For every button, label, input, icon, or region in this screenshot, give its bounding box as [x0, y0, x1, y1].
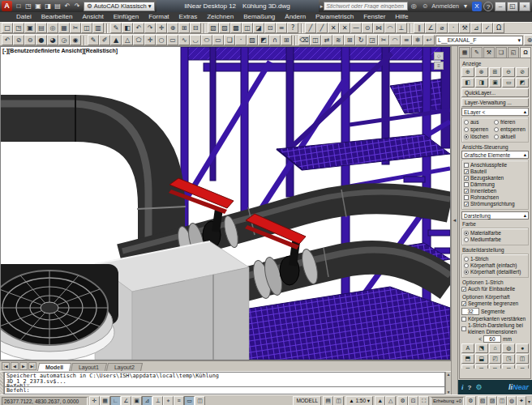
publish-icon[interactable]: ▦: [58, 23, 70, 33]
linear-check-icon[interactable]: ✓: [482, 23, 493, 33]
ann-autoscale-icon[interactable]: △: [385, 396, 396, 405]
dimension-threshold-input[interactable]: [483, 335, 501, 343]
panel-tab-tools[interactable]: ⚒: [483, 47, 495, 58]
draw-table-icon[interactable]: ⊞: [281, 35, 292, 45]
layer-states-icon[interactable]: ≡: [276, 23, 287, 33]
named-views-icon[interactable]: ◶: [58, 35, 70, 45]
restore-button[interactable]: ◱: [507, 2, 518, 11]
panel-tab-omega[interactable]: Ω: [520, 47, 531, 58]
view-box-icon[interactable]: ⬔: [475, 343, 488, 353]
option-checkbox[interactable]: Auch für Einbauteile: [461, 286, 529, 292]
toolpalettes-icon[interactable]: ▩: [230, 23, 242, 33]
cut-icon[interactable]: ✂: [70, 23, 81, 33]
linear-pipe-icon[interactable]: ◫: [497, 396, 507, 405]
viewcube-mini-icon[interactable]: ◇: [434, 52, 444, 60]
cube-c-icon[interactable]: ◻: [489, 364, 502, 369]
signin-chevron-icon[interactable]: ▾: [461, 2, 470, 11]
graphic-elements-header[interactable]: Grafische Elemente ▴: [461, 151, 529, 159]
annotation-scale-button[interactable]: ▲ 1:50 ▾: [345, 396, 373, 405]
view-house-icon[interactable]: ⌂: [489, 343, 502, 353]
grid-toggle[interactable]: ▦: [100, 396, 110, 405]
draw-circle-icon[interactable]: ○: [156, 35, 167, 45]
view-3d-icon[interactable]: ▣: [489, 78, 502, 87]
layer-freeze-icon[interactable]: ❄: [412, 35, 423, 45]
layer-action-radio[interactable]: frieren: [494, 119, 526, 126]
help-icon[interactable]: ?: [483, 2, 493, 11]
linear-gear-icon[interactable]: ⚙: [466, 396, 476, 405]
linear-arc-icon[interactable]: ◠: [384, 23, 396, 33]
workspace-selector[interactable]: ⚙ AutoCAD Klassisch ▾: [84, 2, 155, 11]
view-back-icon[interactable]: ◉: [70, 35, 81, 45]
navbar-mini-icon[interactable]: ≡: [434, 62, 444, 70]
open-file-icon[interactable]: ◳: [24, 2, 33, 11]
move-icon[interactable]: ✛: [144, 35, 156, 45]
option-checkbox[interactable]: Körperkanten verstärken: [461, 316, 529, 322]
draw-spline-icon[interactable]: ∿: [178, 35, 190, 45]
tab-first-icon[interactable]: |◀: [2, 362, 10, 370]
polar-toggle[interactable]: ∠: [121, 396, 131, 405]
tab-prev-icon[interactable]: ◀: [11, 362, 19, 370]
snap-toggle[interactable]: ✛: [89, 396, 100, 405]
viewport-controls[interactable]: [-][Benutzerdefinierte Ansicht][Realisti…: [2, 48, 118, 53]
array-icon[interactable]: ⊞: [344, 35, 355, 45]
cube-e-icon[interactable]: ◻: [516, 364, 529, 369]
info-icon[interactable]: i: [461, 383, 464, 391]
undo-icon[interactable]: ↶: [62, 2, 72, 11]
copy-obj-icon[interactable]: ◫: [310, 35, 321, 45]
linear-spark-icon[interactable]: ✦: [517, 396, 526, 405]
copy-icon[interactable]: ◫: [81, 23, 92, 33]
sphere2-icon[interactable]: ◕: [47, 35, 58, 45]
menu-item[interactable]: Zeichnen: [202, 12, 238, 22]
panel-tab-view[interactable]: ❏: [496, 47, 507, 58]
3d-model-canvas[interactable]: [1, 47, 450, 360]
layer-action-radio[interactable]: löschen: [464, 134, 492, 140]
pan-icon[interactable]: ✛: [156, 23, 167, 33]
panel-tab-project[interactable]: ▦: [459, 47, 470, 58]
erase-icon[interactable]: ⌫: [298, 35, 310, 45]
layer-action-radio[interactable]: aus: [464, 119, 492, 126]
model-space-icon[interactable]: ▤: [323, 396, 333, 405]
help-icon[interactable]: ?: [287, 23, 298, 33]
search-icon[interactable]: ◎: [409, 2, 418, 11]
linear-floor-icon[interactable]: ▨: [487, 396, 497, 405]
lwt-toggle[interactable]: ≡: [174, 396, 184, 405]
linear-person-icon[interactable]: ⚒: [459, 23, 470, 33]
match-properties-icon[interactable]: ✎: [110, 23, 122, 33]
rotate-icon[interactable]: ↻: [355, 35, 367, 45]
model-space-button[interactable]: MODELL: [293, 396, 321, 405]
display-option-checkbox[interactable]: Bauteil: [464, 168, 526, 175]
layer-combobox[interactable]: L__EKANAL_F ▾: [435, 36, 523, 45]
sphere-icon[interactable]: ●: [36, 35, 47, 45]
cube-b-icon[interactable]: ◻: [475, 364, 488, 369]
sc-toggle[interactable]: ◫: [195, 396, 205, 405]
menu-item[interactable]: Bearbeiten: [36, 12, 78, 22]
lock-toolbar-icon[interactable]: ⊡: [408, 396, 418, 405]
draw-rect-icon[interactable]: ▭: [212, 35, 224, 45]
panel-tab-parts[interactable]: ◱: [508, 47, 519, 58]
dyn-toggle[interactable]: ⌖: [163, 396, 174, 405]
linear-dim-icon[interactable]: ⌀: [436, 23, 448, 33]
iso-nw-icon[interactable]: ◳: [502, 354, 515, 364]
elevation-field[interactable]: Erhebung +0: [431, 397, 464, 405]
display-option-checkbox[interactable]: Dämmung: [464, 181, 526, 188]
redo-icon[interactable]: ↷: [72, 2, 82, 11]
quicklayer-button[interactable]: QuickLayer...: [461, 88, 529, 97]
draw-block-icon[interactable]: ❏: [224, 35, 235, 45]
minimize-button[interactable]: –: [495, 2, 506, 11]
new-file-icon[interactable]: □: [14, 2, 24, 11]
quickcalc-icon[interactable]: ⊡: [264, 23, 276, 33]
layout-tab[interactable]: Layout1: [71, 363, 107, 371]
draw-ellipse-icon[interactable]: ⬭: [201, 35, 212, 45]
sheetset-icon[interactable]: ◫: [242, 23, 253, 33]
display-option-checkbox[interactable]: Strömungsrichtung: [464, 201, 526, 207]
fan-unit[interactable]: [1, 264, 118, 360]
exchange-apps-icon[interactable]: X: [472, 2, 482, 11]
markup-icon[interactable]: ◪: [253, 23, 264, 33]
menu-item[interactable]: Einfügen: [109, 12, 144, 22]
paste-icon[interactable]: ▥: [92, 23, 104, 33]
draw-hatch-icon[interactable]: ▨: [247, 35, 258, 45]
cube-a-icon[interactable]: ◻: [461, 364, 474, 369]
color-mode-radio[interactable]: Mediumfarbe: [464, 237, 526, 243]
new-icon[interactable]: □: [2, 23, 13, 33]
part-display-radio[interactable]: Körperhaft (detailliert): [464, 269, 526, 275]
